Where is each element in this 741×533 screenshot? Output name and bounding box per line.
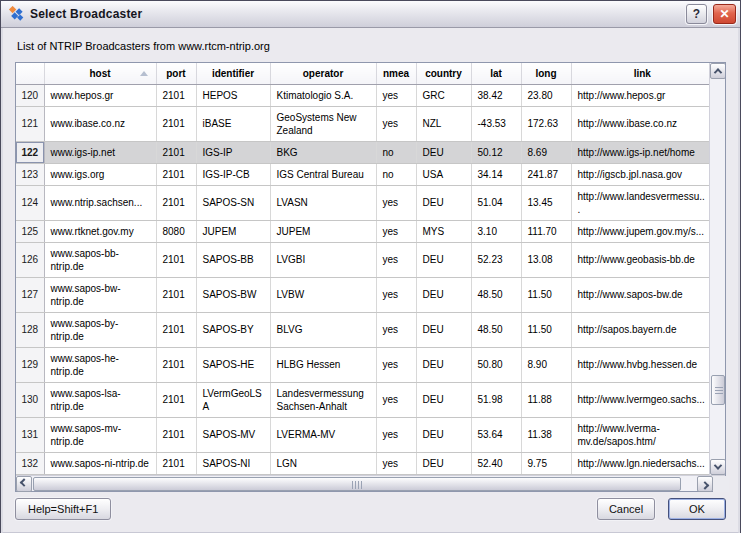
cell-long[interactable]: 11.50 [521,312,571,347]
column-header-link[interactable]: link [571,63,709,84]
cell-identifier[interactable]: IGS-IP-CB [196,163,270,185]
scroll-left-button[interactable] [16,476,32,492]
cell-operator[interactable]: LVGBI [270,242,376,277]
cell-long[interactable]: 172.63 [521,106,571,141]
cell-operator[interactable]: LVASN [270,185,376,220]
titlebar[interactable]: Select Broadcaster ? ✕ [1,1,740,28]
cell-long[interactable]: 11.50 [521,277,571,312]
cancel-button[interactable]: Cancel [597,498,655,520]
cell-lat[interactable]: 52.23 [471,242,521,277]
cell-link[interactable]: http://www.lverma-mv.de/sapos.htm/ [571,417,709,452]
cell-nmea[interactable]: yes [376,220,416,242]
cell-identifier[interactable]: SAPOS-NI [196,452,270,474]
cell-host[interactable]: www.ibase.co.nz [44,106,156,141]
cell-identifier[interactable]: SAPOS-SN [196,185,270,220]
cell-host[interactable]: www.sapos-by-ntrip.de [44,312,156,347]
cell-country[interactable]: DEU [416,312,471,347]
table-row[interactable]: 125www.rtknet.gov.my8080JUPEMJUPEMyesMYS… [16,220,709,242]
row-number-cell[interactable]: 129 [16,347,44,382]
cell-nmea[interactable]: no [376,163,416,185]
cell-long[interactable]: 13.08 [521,242,571,277]
column-header-operator[interactable]: operator [270,63,376,84]
scroll-up-button[interactable] [710,63,725,79]
column-header-nmea[interactable]: nmea [376,63,416,84]
column-header-port[interactable]: port [156,63,196,84]
cell-port[interactable]: 2101 [156,163,196,185]
cell-identifier[interactable]: JUPEM [196,220,270,242]
cell-identifier[interactable]: SAPOS-BB [196,242,270,277]
cell-operator[interactable]: BLVG [270,312,376,347]
cell-link[interactable]: http://sapos.bayern.de [571,312,709,347]
cell-port[interactable]: 2101 [156,452,196,474]
cell-operator[interactable]: JUPEM [270,220,376,242]
cell-host[interactable]: www.igs.org [44,163,156,185]
cell-operator[interactable]: Landesvermessung Sachsen-Anhalt [270,382,376,417]
cell-link[interactable]: http://www.ibase.co.nz [571,106,709,141]
table-row[interactable]: 131www.sapos-mv-ntrip.de2101SAPOS-MVLVER… [16,417,709,452]
cell-port[interactable]: 8080 [156,220,196,242]
cell-country[interactable]: DEU [416,417,471,452]
table-row[interactable]: 120www.hepos.gr2101HEPOSKtimatologio S.A… [16,84,709,106]
cell-country[interactable]: DEU [416,185,471,220]
cell-host[interactable]: www.rtknet.gov.my [44,220,156,242]
cell-lat[interactable]: 51.04 [471,185,521,220]
table-row[interactable]: 132www.sapos-ni-ntrip.de2101SAPOS-NILGNy… [16,452,709,474]
cell-link[interactable]: http://www.geobasis-bb.de [571,242,709,277]
cell-country[interactable]: DEU [416,347,471,382]
cell-lat[interactable]: 51.98 [471,382,521,417]
cell-nmea[interactable]: no [376,141,416,163]
cell-long[interactable]: 9.75 [521,452,571,474]
table-row[interactable]: 121www.ibase.co.nz2101iBASEGeoSystems Ne… [16,106,709,141]
table-row[interactable]: 127www.sapos-bw-ntrip.de2101SAPOS-BWLVBW… [16,277,709,312]
cell-lat[interactable]: 48.50 [471,277,521,312]
cell-long[interactable]: 11.38 [521,417,571,452]
cell-country[interactable]: DEU [416,242,471,277]
table-row[interactable]: 126www.sapos-bb-ntrip.de2101SAPOS-BBLVGB… [16,242,709,277]
cell-lat[interactable]: 52.40 [471,452,521,474]
row-number-cell[interactable]: 121 [16,106,44,141]
cell-operator[interactable]: LVBW [270,277,376,312]
row-number-cell[interactable]: 127 [16,277,44,312]
cell-port[interactable]: 2101 [156,417,196,452]
cell-lat[interactable]: 3.10 [471,220,521,242]
cell-lat[interactable]: -43.53 [471,106,521,141]
vertical-scrollbar-thumb[interactable] [711,375,725,405]
column-header-host[interactable]: host [44,63,156,84]
cell-host[interactable]: www.sapos-ni-ntrip.de [44,452,156,474]
cell-port[interactable]: 2101 [156,312,196,347]
cell-lat[interactable]: 50.12 [471,141,521,163]
cell-host[interactable]: www.ntrip.sachsen... [44,185,156,220]
cell-long[interactable]: 13.45 [521,185,571,220]
table-row[interactable]: 129www.sapos-he-ntrip.de2101SAPOS-HEHLBG… [16,347,709,382]
cell-host[interactable]: www.igs-ip.net [44,141,156,163]
cell-identifier[interactable]: SAPOS-HE [196,347,270,382]
cell-identifier[interactable]: SAPOS-BW [196,277,270,312]
row-number-cell[interactable]: 125 [16,220,44,242]
cell-operator[interactable]: LGN [270,452,376,474]
cell-nmea[interactable]: yes [376,417,416,452]
cell-port[interactable]: 2101 [156,347,196,382]
cell-lat[interactable]: 38.42 [471,84,521,106]
cell-operator[interactable]: Ktimatologio S.A. [270,84,376,106]
cell-host[interactable]: www.sapos-he-ntrip.de [44,347,156,382]
cell-link[interactable]: http://www.jupem.gov.my/s... [571,220,709,242]
cell-nmea[interactable]: yes [376,277,416,312]
cell-link[interactable]: http://www.hepos.gr [571,84,709,106]
scroll-right-button[interactable] [697,476,713,492]
cell-host[interactable]: www.sapos-bw-ntrip.de [44,277,156,312]
table-row[interactable]: 130www.sapos-lsa-ntrip.de2101LVermGeoLSA… [16,382,709,417]
cell-identifier[interactable]: iBASE [196,106,270,141]
cell-nmea[interactable]: yes [376,312,416,347]
cell-link[interactable]: http://igscb.jpl.nasa.gov [571,163,709,185]
cell-lat[interactable]: 48.50 [471,312,521,347]
cell-port[interactable]: 2101 [156,141,196,163]
cell-operator[interactable]: GeoSystems New Zealand [270,106,376,141]
cell-long[interactable]: 8.90 [521,347,571,382]
horizontal-scrollbar[interactable] [16,476,713,491]
cell-identifier[interactable]: SAPOS-MV [196,417,270,452]
cell-operator[interactable]: IGS Central Bureau [270,163,376,185]
help-titlebar-button[interactable]: ? [686,4,707,24]
cell-nmea[interactable]: yes [376,452,416,474]
cell-nmea[interactable]: yes [376,106,416,141]
row-number-cell[interactable]: 124 [16,185,44,220]
